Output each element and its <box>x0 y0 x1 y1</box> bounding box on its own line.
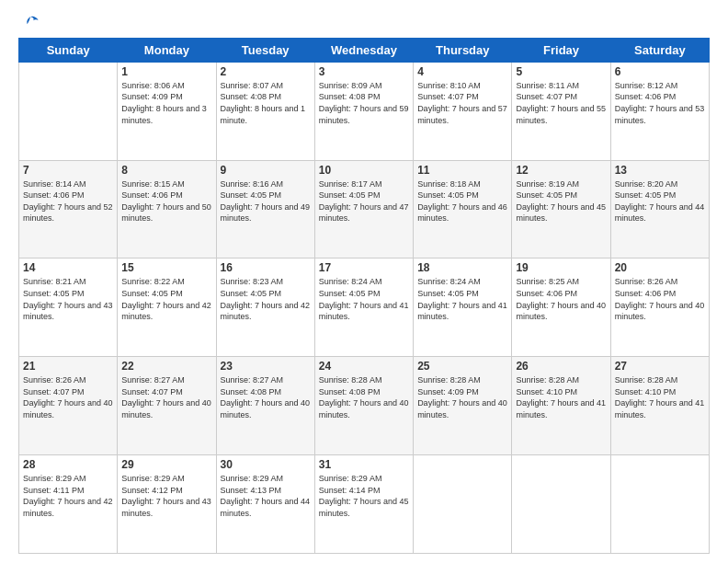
logo <box>18 14 40 30</box>
logo-general-text <box>18 14 40 30</box>
day-cell: 27Sunrise: 8:28 AMSunset: 4:10 PMDayligh… <box>610 357 709 455</box>
week-row-2: 7Sunrise: 8:14 AMSunset: 4:06 PMDaylight… <box>19 160 710 259</box>
day-number: 24 <box>319 360 409 373</box>
day-cell: 8Sunrise: 8:15 AMSunset: 4:06 PMDaylight… <box>118 160 216 259</box>
day-cell: 7Sunrise: 8:14 AMSunset: 4:06 PMDaylight… <box>19 160 118 259</box>
day-info: Sunrise: 8:18 AMSunset: 4:05 PMDaylight:… <box>417 178 507 224</box>
day-info: Sunrise: 8:26 AMSunset: 4:07 PMDaylight:… <box>23 374 113 420</box>
day-info: Sunrise: 8:28 AMSunset: 4:10 PMDaylight:… <box>615 374 705 420</box>
day-info: Sunrise: 8:19 AMSunset: 4:05 PMDaylight:… <box>516 178 606 224</box>
day-number: 7 <box>23 164 113 177</box>
day-cell: 6Sunrise: 8:12 AMSunset: 4:06 PMDaylight… <box>610 62 709 160</box>
day-info: Sunrise: 8:16 AMSunset: 4:05 PMDaylight:… <box>221 178 311 224</box>
day-info: Sunrise: 8:28 AMSunset: 4:09 PMDaylight:… <box>417 374 507 420</box>
day-number: 5 <box>516 65 606 78</box>
day-info: Sunrise: 8:07 AMSunset: 4:08 PMDaylight:… <box>221 80 311 126</box>
week-row-3: 14Sunrise: 8:21 AMSunset: 4:05 PMDayligh… <box>19 259 710 357</box>
logo-bird-icon <box>21 16 40 30</box>
page: SundayMondayTuesdayWednesdayThursdayFrid… <box>0 0 728 563</box>
day-cell: 28Sunrise: 8:29 AMSunset: 4:11 PMDayligh… <box>19 455 118 554</box>
day-info: Sunrise: 8:25 AMSunset: 4:06 PMDaylight:… <box>516 276 606 322</box>
day-info: Sunrise: 8:24 AMSunset: 4:05 PMDaylight:… <box>417 276 507 322</box>
day-number: 13 <box>615 164 705 177</box>
day-cell: 9Sunrise: 8:16 AMSunset: 4:05 PMDaylight… <box>216 160 314 259</box>
day-number: 23 <box>221 360 311 373</box>
day-info: Sunrise: 8:22 AMSunset: 4:05 PMDaylight:… <box>121 276 211 322</box>
column-header-sunday: Sunday <box>19 38 118 62</box>
day-info: Sunrise: 8:21 AMSunset: 4:05 PMDaylight:… <box>23 276 113 322</box>
day-info: Sunrise: 8:09 AMSunset: 4:08 PMDaylight:… <box>319 80 409 126</box>
column-header-saturday: Saturday <box>610 38 709 62</box>
day-info: Sunrise: 8:10 AMSunset: 4:07 PMDaylight:… <box>417 80 507 126</box>
day-info: Sunrise: 8:06 AMSunset: 4:09 PMDaylight:… <box>121 80 211 126</box>
day-cell: 25Sunrise: 8:28 AMSunset: 4:09 PMDayligh… <box>414 357 512 455</box>
day-number: 17 <box>319 261 409 274</box>
day-cell: 31Sunrise: 8:29 AMSunset: 4:14 PMDayligh… <box>314 455 413 554</box>
day-info: Sunrise: 8:17 AMSunset: 4:05 PMDaylight:… <box>319 178 409 224</box>
day-number: 15 <box>121 261 211 274</box>
day-cell: 11Sunrise: 8:18 AMSunset: 4:05 PMDayligh… <box>414 160 512 259</box>
column-header-monday: Monday <box>118 38 216 62</box>
day-number: 27 <box>615 360 705 373</box>
day-cell: 3Sunrise: 8:09 AMSunset: 4:08 PMDaylight… <box>314 62 413 160</box>
calendar-table: SundayMondayTuesdayWednesdayThursdayFrid… <box>18 38 710 554</box>
day-info: Sunrise: 8:27 AMSunset: 4:07 PMDaylight:… <box>121 374 211 420</box>
day-cell <box>414 455 512 554</box>
day-info: Sunrise: 8:29 AMSunset: 4:13 PMDaylight:… <box>221 473 311 519</box>
day-cell <box>512 455 610 554</box>
day-cell: 29Sunrise: 8:29 AMSunset: 4:12 PMDayligh… <box>118 455 216 554</box>
day-cell: 16Sunrise: 8:23 AMSunset: 4:05 PMDayligh… <box>216 259 314 357</box>
day-number: 10 <box>319 164 409 177</box>
day-number: 22 <box>121 360 211 373</box>
header-row: SundayMondayTuesdayWednesdayThursdayFrid… <box>19 38 710 62</box>
day-cell: 20Sunrise: 8:26 AMSunset: 4:06 PMDayligh… <box>610 259 709 357</box>
column-header-thursday: Thursday <box>414 38 512 62</box>
day-cell: 12Sunrise: 8:19 AMSunset: 4:05 PMDayligh… <box>512 160 610 259</box>
day-number: 19 <box>516 261 606 274</box>
day-cell: 1Sunrise: 8:06 AMSunset: 4:09 PMDaylight… <box>118 62 216 160</box>
day-info: Sunrise: 8:11 AMSunset: 4:07 PMDaylight:… <box>516 80 606 126</box>
day-info: Sunrise: 8:29 AMSunset: 4:14 PMDaylight:… <box>319 473 409 519</box>
day-number: 3 <box>319 65 409 78</box>
day-cell: 18Sunrise: 8:24 AMSunset: 4:05 PMDayligh… <box>414 259 512 357</box>
day-number: 25 <box>417 360 507 373</box>
day-info: Sunrise: 8:12 AMSunset: 4:06 PMDaylight:… <box>615 80 705 126</box>
day-number: 14 <box>23 261 113 274</box>
day-cell: 4Sunrise: 8:10 AMSunset: 4:07 PMDaylight… <box>414 62 512 160</box>
day-number: 2 <box>221 65 311 78</box>
week-row-5: 28Sunrise: 8:29 AMSunset: 4:11 PMDayligh… <box>19 455 710 554</box>
column-header-friday: Friday <box>512 38 610 62</box>
day-cell: 19Sunrise: 8:25 AMSunset: 4:06 PMDayligh… <box>512 259 610 357</box>
day-number: 31 <box>319 458 409 471</box>
day-number: 20 <box>615 261 705 274</box>
day-cell: 30Sunrise: 8:29 AMSunset: 4:13 PMDayligh… <box>216 455 314 554</box>
day-info: Sunrise: 8:29 AMSunset: 4:11 PMDaylight:… <box>23 473 113 519</box>
week-row-1: 1Sunrise: 8:06 AMSunset: 4:09 PMDaylight… <box>19 62 710 160</box>
day-info: Sunrise: 8:23 AMSunset: 4:05 PMDaylight:… <box>221 276 311 322</box>
day-cell: 26Sunrise: 8:28 AMSunset: 4:10 PMDayligh… <box>512 357 610 455</box>
day-number: 28 <box>23 458 113 471</box>
day-number: 8 <box>121 164 211 177</box>
day-info: Sunrise: 8:28 AMSunset: 4:10 PMDaylight:… <box>516 374 606 420</box>
column-header-wednesday: Wednesday <box>314 38 413 62</box>
day-cell: 10Sunrise: 8:17 AMSunset: 4:05 PMDayligh… <box>314 160 413 259</box>
day-cell: 21Sunrise: 8:26 AMSunset: 4:07 PMDayligh… <box>19 357 118 455</box>
day-number: 9 <box>221 164 311 177</box>
day-number: 12 <box>516 164 606 177</box>
header <box>18 14 710 30</box>
column-header-tuesday: Tuesday <box>216 38 314 62</box>
day-info: Sunrise: 8:29 AMSunset: 4:12 PMDaylight:… <box>121 473 211 519</box>
day-number: 29 <box>121 458 211 471</box>
day-cell: 14Sunrise: 8:21 AMSunset: 4:05 PMDayligh… <box>19 259 118 357</box>
day-cell <box>19 62 118 160</box>
day-info: Sunrise: 8:28 AMSunset: 4:08 PMDaylight:… <box>319 374 409 420</box>
day-number: 6 <box>615 65 705 78</box>
day-number: 18 <box>417 261 507 274</box>
day-info: Sunrise: 8:14 AMSunset: 4:06 PMDaylight:… <box>23 178 113 224</box>
day-cell: 13Sunrise: 8:20 AMSunset: 4:05 PMDayligh… <box>610 160 709 259</box>
day-cell: 23Sunrise: 8:27 AMSunset: 4:08 PMDayligh… <box>216 357 314 455</box>
day-cell: 22Sunrise: 8:27 AMSunset: 4:07 PMDayligh… <box>118 357 216 455</box>
day-cell <box>610 455 709 554</box>
day-info: Sunrise: 8:15 AMSunset: 4:06 PMDaylight:… <box>121 178 211 224</box>
week-row-4: 21Sunrise: 8:26 AMSunset: 4:07 PMDayligh… <box>19 357 710 455</box>
